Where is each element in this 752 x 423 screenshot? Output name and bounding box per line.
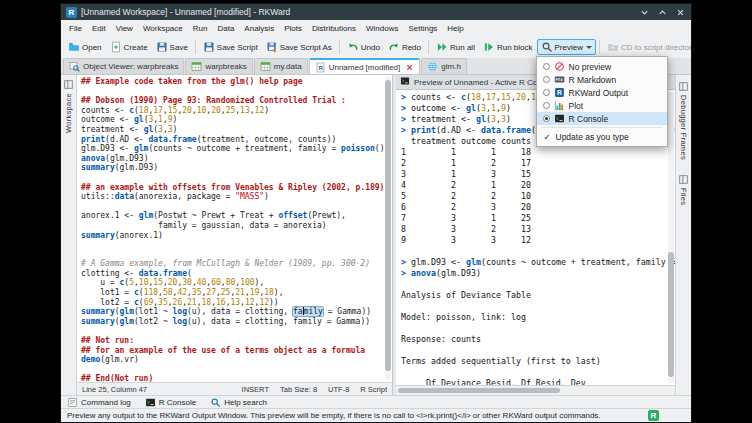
- editor-scrollbar[interactable]: [385, 77, 391, 380]
- table-icon: [260, 61, 271, 72]
- title-bar[interactable]: R [Unnamed Workspace] - Unnamed [modifie…: [61, 4, 691, 20]
- close-button[interactable]: [675, 7, 686, 18]
- editor-line: # A Gamma example, from McCullagh & Neld…: [81, 259, 382, 269]
- preview-menu-item-r-markdown[interactable]: R Markdown: [537, 73, 667, 86]
- editor-line: lot1 = c(118,58,42,35,27,25,21,19,18),: [81, 288, 382, 298]
- menu-run[interactable]: Run: [188, 22, 213, 35]
- text-cursor: [303, 307, 304, 315]
- r-script-icon: R: [315, 62, 326, 73]
- filetype[interactable]: R Script: [360, 385, 387, 394]
- toolbar-button-cd-to-script-directory[interactable]: CD to script directory: [603, 39, 700, 55]
- tool-view-help-search[interactable]: Help search: [210, 397, 267, 408]
- toolbar-button-save-script[interactable]: Save Script: [199, 39, 262, 55]
- console-hscrollbar[interactable]: [396, 385, 675, 395]
- code-area[interactable]: ## Example code taken from the glm() hel…: [81, 77, 382, 382]
- menu-analysis[interactable]: Analysis: [239, 22, 279, 35]
- menu-edit[interactable]: Edit: [87, 22, 111, 35]
- toolbar-button-save-script-as[interactable]: Save Script As: [262, 39, 336, 55]
- close-tab-icon[interactable]: [405, 63, 414, 72]
- menu-bar: FileEditViewWorkspaceRunDataAnalysisPlot…: [61, 20, 691, 36]
- tab-label: warpbreaks: [205, 62, 246, 71]
- tab-glm-h[interactable]: glm.h: [421, 58, 467, 74]
- dock-label: Workspace: [64, 93, 73, 133]
- tab-object-viewer-warpbreaks[interactable]: Object Viewer: warpbreaks: [63, 58, 184, 74]
- editor-column: ## Example code taken from the glm() hel…: [77, 75, 393, 395]
- editor-line: utils::data(anorexia, package = "MASS"): [81, 192, 382, 202]
- dock-tab-debugger-frames[interactable]: Debugger Frames: [678, 81, 689, 160]
- cursor-position: Line 25, Column 47: [82, 385, 147, 394]
- toolbar-button-undo[interactable]: Undo: [343, 39, 384, 55]
- menu-separator: [542, 127, 662, 128]
- redo-icon: [388, 41, 400, 53]
- folder-open-icon: [68, 41, 80, 53]
- right-dock-bar: Debugger FramesFiles: [675, 75, 691, 395]
- tool-view-r-console[interactable]: R Console: [145, 397, 196, 408]
- r-engine-status[interactable]: R: [648, 410, 659, 421]
- caption-icon-slot: [400, 76, 410, 88]
- toolbar-button-create[interactable]: Create: [106, 39, 152, 55]
- editor-line: summary(glm(lot1 ~ log(u), data = clotti…: [81, 307, 382, 317]
- tab-size[interactable]: Tab Size: 8: [280, 385, 317, 394]
- console-line: > anova(glm.D93): [401, 268, 665, 279]
- plot-icon: [554, 100, 565, 111]
- toolbar-button-save[interactable]: Save: [152, 39, 192, 55]
- input-mode[interactable]: INSERT: [242, 385, 269, 394]
- maximize-button[interactable]: [657, 7, 668, 18]
- menu-help[interactable]: Help: [442, 22, 468, 35]
- scrollbar-thumb[interactable]: [398, 388, 560, 393]
- tab-my-data[interactable]: my.data: [254, 58, 308, 74]
- undo-icon: [347, 41, 359, 53]
- console-icon: [400, 76, 410, 86]
- menu-item-label: Update as you type: [556, 132, 629, 142]
- editor-line: [81, 326, 382, 336]
- preview-menu-item-plot[interactable]: Plot: [537, 99, 667, 112]
- menu-distributions[interactable]: Distributions: [307, 22, 361, 35]
- minimize-button[interactable]: [639, 7, 650, 18]
- preview-icon: [541, 41, 553, 53]
- menu-data[interactable]: Data: [212, 22, 239, 35]
- svg-text:R: R: [557, 89, 562, 96]
- rkward-icon: R: [554, 87, 565, 98]
- scrollbar-thumb[interactable]: [385, 80, 391, 371]
- run-block-icon: [483, 41, 495, 53]
- encoding[interactable]: UTF-8: [328, 385, 349, 394]
- editor-line: ## Not run:: [81, 336, 382, 346]
- menu-settings[interactable]: Settings: [403, 22, 442, 35]
- preview-menu: No previewR MarkdownRRKWard OutputPlotR …: [536, 56, 668, 147]
- preview-menu-item-no-preview[interactable]: No preview: [537, 60, 667, 73]
- toolbar-separator: [599, 40, 600, 54]
- toolbar-button-label: Run all: [450, 43, 475, 52]
- preview-menu-item-rkward-output[interactable]: RRKWard Output: [537, 86, 667, 99]
- main-toolbar: OpenCreateSaveSave ScriptSave Script AsU…: [61, 36, 691, 58]
- menu-plots[interactable]: Plots: [279, 22, 307, 35]
- dock-tab-workspace[interactable]: Workspace: [63, 79, 74, 133]
- menu-workspace[interactable]: Workspace: [138, 22, 188, 35]
- preview-menu-item-update-as-you-type[interactable]: ✓Update as you type: [537, 130, 667, 143]
- toolbar-button-open[interactable]: Open: [64, 39, 106, 55]
- toolbar-button-run-all[interactable]: Run all: [432, 39, 479, 55]
- console-line: Df Deviance Resid. Df Resid. Dev: [401, 378, 665, 385]
- menu-windows[interactable]: Windows: [361, 22, 403, 35]
- radio-selected-icon: [543, 115, 550, 122]
- tab-label: my.data: [274, 62, 302, 71]
- menu-file[interactable]: File: [64, 22, 87, 35]
- menu-view[interactable]: View: [111, 22, 138, 35]
- preview-menu-item-r-console[interactable]: R Console: [537, 112, 667, 125]
- editor-line: glm.D93 <- glm(counts ~ outcome + treatm…: [81, 144, 382, 154]
- editor-line: ## an example with offsets from Venables…: [81, 183, 382, 193]
- tool-view-command-log[interactable]: Command log: [67, 397, 131, 408]
- script-editor[interactable]: ## Example code taken from the glm() hel…: [77, 75, 392, 382]
- close-red-icon: [405, 63, 414, 72]
- tab-label: glm.h: [441, 62, 461, 71]
- folder-cd-icon: [607, 41, 619, 53]
- tab-warpbreaks[interactable]: warpbreaks: [185, 58, 252, 74]
- scrollbar-thumb[interactable]: [668, 252, 674, 377]
- tab-unnamed-modified[interactable]: RUnnamed [modified]: [309, 58, 421, 74]
- dock-tab-files[interactable]: Files: [678, 174, 689, 205]
- console-line: Analysis of Deviance Table: [401, 290, 665, 301]
- toolbar-button-preview[interactable]: PreviewNo previewR MarkdownRRKWard Outpu…: [537, 39, 596, 55]
- toolbar-button-run-block[interactable]: Run block: [479, 39, 537, 55]
- toolbar-button-redo[interactable]: Redo: [384, 39, 425, 55]
- editor-line: family = gaussian, data = anorexia): [81, 221, 382, 231]
- console-scrollbar[interactable]: [668, 92, 674, 383]
